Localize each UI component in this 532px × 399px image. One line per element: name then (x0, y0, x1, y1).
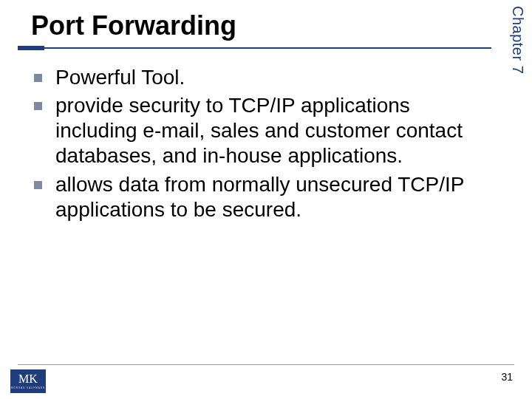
chapter-label: Chapter 7 (509, 6, 526, 74)
logo-subtext: MORGAN KAUFMANN (11, 386, 45, 389)
bullet-text: provide security to TCP/IP applications … (55, 93, 488, 168)
publisher-logo: MK MORGAN KAUFMANN (10, 369, 46, 393)
page-number: 31 (501, 371, 513, 383)
logo-text: MK (18, 373, 38, 385)
bullet-icon (34, 181, 42, 189)
bullet-text: Powerful Tool. (55, 65, 185, 90)
list-item: provide security to TCP/IP applications … (34, 93, 488, 168)
list-item: Powerful Tool. (34, 65, 488, 90)
content-area: Powerful Tool. provide security to TCP/I… (34, 65, 488, 225)
title-block: Port Forwarding (18, 10, 491, 50)
list-item: allows data from normally unsecured TCP/… (34, 172, 488, 222)
slide-title: Port Forwarding (18, 10, 491, 46)
bullet-icon (34, 102, 42, 110)
bullet-icon (34, 74, 42, 82)
footer-divider (18, 364, 514, 365)
slide: Chapter 7 Port Forwarding Powerful Tool.… (0, 0, 532, 399)
title-underline (18, 46, 491, 50)
bullet-text: allows data from normally unsecured TCP/… (55, 172, 488, 222)
